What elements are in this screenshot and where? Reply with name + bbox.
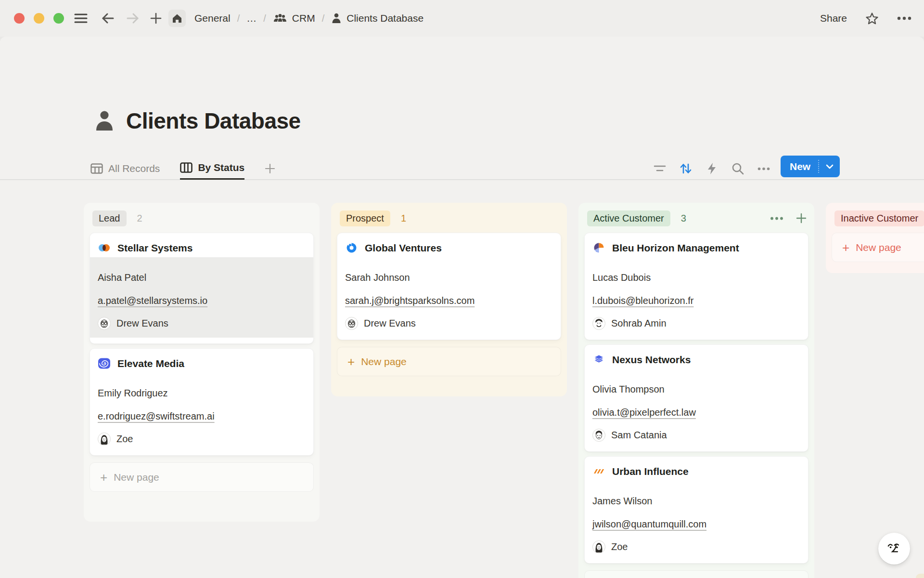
card-nexus-networks[interactable]: Nexus Networks Olivia Thompson olivia.t@…: [584, 344, 808, 452]
view-options-button[interactable]: [755, 160, 772, 178]
column-count: 3: [681, 213, 686, 224]
card-stellar-systems[interactable]: Stellar Systems Aisha Patel a.patel@stel…: [90, 233, 314, 344]
people-icon: [273, 13, 287, 24]
status-badge[interactable]: Lead: [92, 210, 127, 226]
arrow-left-icon: [101, 13, 115, 24]
column-options-button[interactable]: [770, 217, 783, 220]
ring-logo-icon: [345, 241, 358, 254]
back-button[interactable]: [99, 10, 116, 27]
new-tab-button[interactable]: [147, 10, 165, 27]
tab-label: By Status: [198, 162, 244, 173]
breadcrumb-item-ellipsis[interactable]: …: [246, 13, 257, 24]
ellipsis-icon: [757, 167, 770, 171]
column-add-card-button[interactable]: [796, 213, 807, 223]
favorite-star-button[interactable]: [865, 12, 879, 25]
status-badge[interactable]: Prospect: [340, 210, 390, 226]
board-column-prospect: Prospect 1 Global Ventures Sarah Johnson…: [331, 203, 567, 396]
new-button-dropdown[interactable]: [819, 164, 840, 169]
status-badge[interactable]: Inactive Customer: [834, 210, 924, 226]
new-page-button-lead[interactable]: + New page: [90, 462, 314, 492]
breadcrumb-separator: /: [322, 13, 325, 24]
status-badge[interactable]: Active Customer: [587, 210, 670, 226]
database-toolbar: [651, 158, 772, 179]
email-link[interactable]: olivia.t@pixelperfect.law: [592, 407, 800, 418]
card-title: Global Ventures: [365, 242, 442, 254]
owner-name: Drew Evans: [364, 318, 416, 329]
breadcrumb-label: CRM: [292, 13, 315, 24]
person-icon: [331, 13, 342, 24]
new-page-button-prospect[interactable]: + New page: [337, 347, 561, 376]
close-window-button[interactable]: [14, 13, 25, 24]
card-global-ventures[interactable]: Global Ventures Sarah Johnson sarah.j@br…: [337, 233, 561, 340]
tab-by-status[interactable]: By Status: [180, 157, 244, 180]
zoom-window-button[interactable]: [53, 13, 64, 24]
card-title: Nexus Networks: [612, 354, 691, 366]
slashes-logo-icon: [592, 465, 605, 478]
filter-button[interactable]: [651, 160, 668, 178]
avatar-zoe: [98, 433, 111, 446]
breadcrumb: General / … / CRM / Clients Database: [194, 0, 424, 37]
ai-assistant-button[interactable]: [878, 533, 910, 565]
view-tabs: All Records By Status: [90, 157, 275, 180]
column-header[interactable]: Prospect 1: [337, 208, 561, 229]
email-link[interactable]: a.patel@stellarsystems.io: [98, 295, 306, 306]
tab-all-records[interactable]: All Records: [90, 157, 160, 180]
plus-icon: [265, 163, 275, 174]
share-button[interactable]: Share: [820, 13, 847, 24]
sort-arrows-icon: [680, 162, 692, 175]
board-column-inactive-customer: Inactive Customer + New page: [826, 203, 924, 273]
search-icon: [732, 162, 744, 175]
breadcrumb-item-crm[interactable]: CRM: [273, 13, 315, 24]
email-link[interactable]: e.rodriguez@swiftstream.ai: [98, 410, 306, 422]
tabs-divider: [0, 179, 924, 180]
new-page-button-active[interactable]: + New page: [584, 570, 808, 578]
plus-icon: [150, 13, 162, 24]
automations-button[interactable]: [703, 160, 720, 178]
column-header[interactable]: Active Customer 3: [584, 208, 808, 229]
contact-name: Aisha Patel: [98, 272, 306, 283]
card-bleu-horizon-management[interactable]: Bleu Horizon Management Lucas Dubois l.d…: [584, 233, 808, 340]
breadcrumb-label: Clients Database: [346, 13, 424, 24]
home-button[interactable]: [168, 10, 186, 27]
email-link[interactable]: jwilson@quantumquill.com: [592, 518, 800, 530]
contact-name: Emily Rodriguez: [98, 387, 306, 399]
email-link[interactable]: l.dubois@bleuhorizon.fr: [592, 295, 800, 306]
board-column-lead: Lead 2 Stellar Systems Aisha Patel a.pat…: [84, 203, 320, 522]
add-view-button[interactable]: [265, 157, 275, 180]
window-titlebar: General / … / CRM / Clients Database Sha…: [0, 0, 924, 37]
new-page-button-inactive[interactable]: + New page: [832, 233, 924, 262]
page-icon-person[interactable]: [93, 109, 116, 132]
breadcrumb-item-clients-database[interactable]: Clients Database: [331, 13, 424, 24]
spiral-logo-icon: [98, 357, 111, 370]
sort-button[interactable]: [677, 160, 694, 178]
sidebar-menu-button[interactable]: [72, 10, 90, 27]
card-urban-influence[interactable]: Urban Influence James Wilson jwilson@qua…: [584, 456, 808, 564]
card-elevate-media[interactable]: Elevate Media Emily Rodriguez e.rodrigue…: [90, 348, 314, 456]
ai-face-icon: [886, 540, 902, 557]
column-header[interactable]: Inactive Customer: [832, 208, 924, 229]
pie-logo-icon: [592, 241, 605, 254]
plus-icon: +: [347, 357, 355, 367]
peek-panel-corner: [916, 574, 924, 578]
forward-button[interactable]: [124, 10, 141, 27]
table-icon: [90, 163, 103, 174]
column-header[interactable]: Lead 2: [90, 208, 314, 229]
contact-name: Olivia Thompson: [592, 383, 800, 395]
owner-name: Zoe: [611, 541, 628, 552]
plus-icon: +: [100, 473, 107, 482]
owner-name: Sam Catania: [611, 430, 667, 441]
search-button[interactable]: [729, 160, 746, 178]
new-record-button[interactable]: New: [781, 156, 840, 177]
email-link[interactable]: sarah.j@brightsparksolns.com: [345, 295, 553, 306]
minimize-window-button[interactable]: [34, 13, 44, 24]
avatar-sohrab-amin: [592, 317, 605, 330]
page-content: Clients Database All Records By Status: [0, 37, 924, 578]
breadcrumb-separator: /: [263, 13, 266, 24]
contact-name: Sarah Johnson: [345, 272, 553, 283]
home-icon: [171, 13, 183, 24]
avatar-drew-evans: [98, 317, 111, 330]
breadcrumb-item-general[interactable]: General: [194, 13, 231, 24]
card-title: Urban Influence: [612, 466, 689, 477]
more-options-button[interactable]: [897, 16, 911, 20]
page-title[interactable]: Clients Database: [126, 108, 301, 134]
